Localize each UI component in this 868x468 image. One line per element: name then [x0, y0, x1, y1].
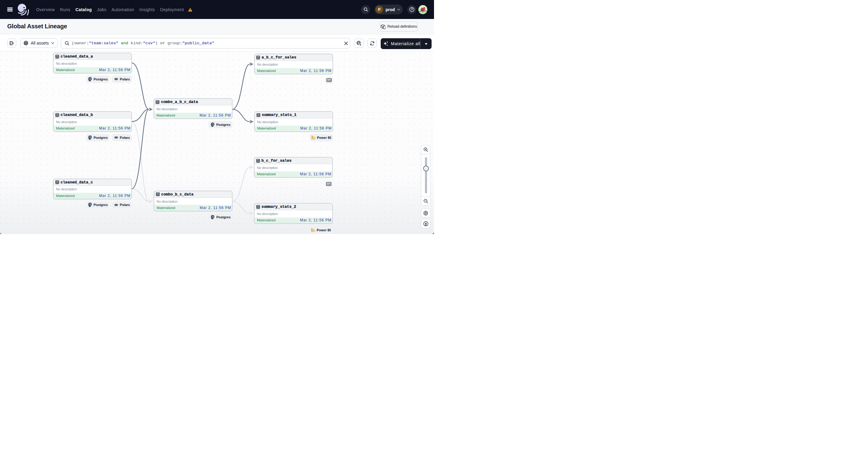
svg-text:?: ?: [411, 8, 413, 11]
